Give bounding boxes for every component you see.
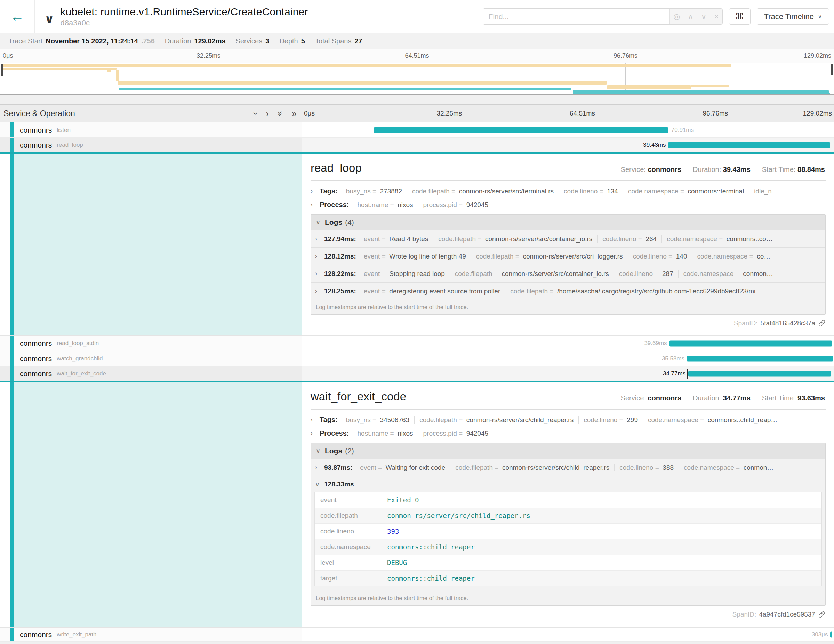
span-detail-wait-for-exit-code: wait_for_exit_code Service: conmonrs Dur… (0, 382, 834, 628)
link-icon[interactable] (818, 611, 826, 618)
span-row-wait-for-exit-code[interactable]: conmonrs wait_for_exit_code 34.77ms (0, 366, 834, 382)
span-operation-name: listen (57, 127, 71, 134)
span-timeline-cell[interactable]: 35.58ms (302, 351, 834, 366)
span-duration-label: 39.69ms (644, 340, 667, 347)
logs-header[interactable]: ∨ Logs (2) (311, 443, 825, 459)
span-detail-left-fill (10, 382, 302, 627)
trace-minimap[interactable] (0, 63, 834, 95)
span-name-cell[interactable]: conmonrs read_loop (0, 138, 302, 152)
timeline-header: Service & Operation › › » » 0μs 32.25ms … (0, 104, 834, 123)
expand-one-icon[interactable]: › (266, 108, 269, 119)
log-pair: eventderegistering event source from pol… (359, 287, 505, 295)
span-row-listen[interactable]: conmonrs listen 70.91ms (0, 123, 834, 138)
chevron-down-icon: ∨ (316, 447, 325, 455)
span-timeline-cell[interactable]: 70.91ms (302, 123, 834, 138)
log-entry[interactable]: › 128.25ms: eventderegistering event sou… (311, 283, 825, 300)
find-prev-icon[interactable]: ∧ (688, 12, 693, 21)
expand-all-icon[interactable]: » (292, 108, 297, 119)
top-bar: ← ∨ kubelet: runtime.v1.RuntimeService/C… (0, 0, 834, 33)
span-duration-bar[interactable] (688, 371, 832, 377)
locate-icon[interactable]: ◎ (673, 12, 680, 21)
span-name-cell[interactable]: conmonrs write_exit_path (0, 628, 302, 641)
span-name-cell[interactable]: conmonrs wait_for_exit_code (0, 366, 302, 381)
span-duration-label: 35.58ms (662, 355, 684, 362)
tags-section[interactable]: › Tags: busy_ns34506763 code.filepathcon… (310, 413, 826, 427)
collapse-all-icon[interactable]: » (275, 111, 286, 116)
process-section[interactable]: › Process: host.namenixos process.pid942… (310, 427, 826, 440)
minimap-span-bar (601, 92, 831, 94)
span-row-read-loop-stdin[interactable]: conmonrs read_loop_stdin 39.69ms (0, 336, 834, 351)
ruler-tick: 129.02ms (804, 52, 831, 60)
top-bar-actions: ◎ ∧ ∨ × ⌘ Trace Timeline ∨ (483, 8, 834, 25)
divider (310, 180, 826, 181)
span-operation-name: read_loop (57, 142, 83, 149)
minimap-drag-handle-right[interactable] (831, 64, 833, 75)
log-entry[interactable]: › 128.12ms: eventWrote log line of lengt… (311, 248, 825, 265)
find-input[interactable] (483, 9, 670, 24)
timeline-tick: 96.76ms (703, 110, 728, 117)
span-name-cell[interactable]: conmonrs read_loop_stdin (0, 336, 302, 351)
span-timeline-cell[interactable]: 34.77ms (302, 366, 834, 381)
tag-pair: code.lineno299 (579, 416, 643, 424)
span-timeline-cell[interactable]: 39.43ms (302, 138, 834, 152)
trace-duration: Duration129.02ms (160, 37, 231, 45)
back-button[interactable]: ← (0, 0, 35, 33)
minimap-span-bar (3, 68, 116, 70)
span-row-write-exit-path[interactable]: conmonrs write_exit_path 303μs (0, 628, 834, 642)
span-duration-label: 39.43ms (643, 142, 666, 149)
log-pair: code.lineno264 (597, 235, 661, 243)
log-note: Log timestamps are relative to the start… (311, 591, 825, 605)
span-duration-bar[interactable] (668, 142, 831, 148)
span-timeline-cell[interactable]: 39.69ms (302, 336, 834, 351)
divider (310, 409, 826, 409)
chevron-right-icon: › (315, 464, 324, 471)
process-section[interactable]: › Process: host.namenixos process.pid942… (310, 198, 826, 212)
span-duration-bar[interactable] (830, 631, 832, 638)
timeline-tick: 0μs (304, 110, 315, 117)
span-duration-bar[interactable] (687, 356, 833, 361)
log-pair: code.filepathconmon-rs/server/src/cri_lo… (471, 252, 628, 260)
log-entry[interactable]: › 127.94ms: eventRead 4 bytes code.filep… (311, 230, 825, 248)
logs-header[interactable]: ∨ Logs (4) (311, 215, 825, 230)
chevron-down-icon: ∨ (818, 14, 822, 20)
span-service-name: conmonrs (20, 630, 52, 639)
keyboard-shortcuts-button[interactable]: ⌘ (729, 8, 750, 25)
minimap-ruler: 0μs 32.25ms 64.51ms 96.76ms 129.02ms (0, 49, 834, 63)
log-pair: code.filepath/home/sascha/.cargo/registr… (505, 287, 767, 295)
collapse-trace-icon[interactable]: ∨ (45, 12, 54, 26)
process-pair: host.namenixos (353, 430, 418, 437)
collapse-one-icon[interactable]: › (251, 112, 260, 115)
log-entry[interactable]: › 93.87ms: eventWaiting for exit code co… (311, 459, 825, 476)
span-operation-name: wait_for_exit_code (57, 370, 106, 377)
span-service-name: conmonrs (20, 141, 52, 149)
span-duration-bar[interactable] (374, 127, 668, 133)
span-self-time-tick (373, 125, 374, 135)
process-pair: host.namenixos (353, 201, 418, 209)
log-pair: code.filepathconmon-rs/server/src/contai… (450, 270, 614, 278)
chevron-right-icon: › (315, 235, 324, 243)
view-selector-dropdown[interactable]: Trace Timeline ∨ (757, 8, 829, 25)
span-name-cell[interactable]: conmonrs listen (0, 123, 302, 138)
minimap-span-bar (119, 88, 571, 90)
ruler-tick: 32.25ms (197, 52, 220, 60)
span-duration-label: 34.77ms (663, 370, 685, 377)
command-icon: ⌘ (735, 11, 744, 22)
span-row-watch-grandchild[interactable]: conmonrs watch_grandchild 35.58ms (0, 351, 834, 366)
find-next-icon[interactable]: ∨ (701, 12, 707, 21)
span-duration-bar[interactable] (669, 340, 832, 346)
minimap-drag-handle-left[interactable] (1, 64, 3, 76)
span-name-cell[interactable]: conmonrs watch_grandchild (0, 351, 302, 366)
span-timeline-cell[interactable]: 303μs (302, 628, 834, 641)
minimap-span-bar (607, 85, 691, 89)
link-icon[interactable] (818, 319, 826, 327)
log-entry[interactable]: › 128.22ms: eventStopping read loop code… (311, 265, 825, 283)
span-color-indicator (10, 336, 14, 351)
span-row-read-loop[interactable]: conmonrs read_loop 39.43ms (0, 138, 834, 153)
tags-section[interactable]: › Tags: busy_ns273882 code.filepathconmo… (310, 184, 826, 198)
tag-pair: busy_ns34506763 (341, 416, 414, 424)
find-clear-icon[interactable]: × (714, 12, 719, 21)
service-operation-title: Service & Operation (3, 109, 75, 118)
log-entry-expanded-header[interactable]: ∨ 128.33ms (311, 476, 825, 490)
table-row: code.namespace conmonrs::child_reaper (315, 539, 821, 555)
span-self-time-tick (399, 125, 399, 135)
